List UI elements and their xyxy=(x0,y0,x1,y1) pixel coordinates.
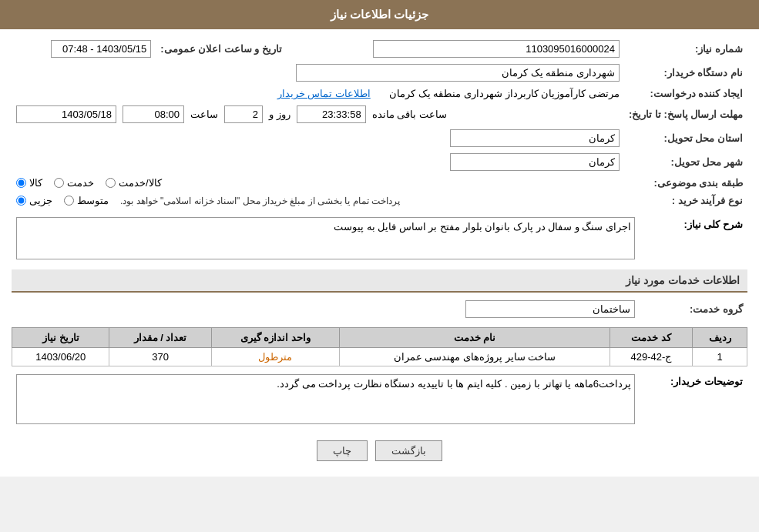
ostan-value xyxy=(12,126,624,150)
roz-input xyxy=(224,105,263,123)
cell-tarikh: 1403/06/20 xyxy=(12,348,109,366)
gorohe-value xyxy=(12,297,640,321)
sharh-value xyxy=(12,216,640,263)
table-header-row: ردیف کد خدمت نام خدمت واحد اندازه گیری ت… xyxy=(12,328,747,348)
radio-jozyi-label: جزیی xyxy=(29,195,52,206)
row-ijad: ایجاد کننده درخواست: مرتضی کارآموزیان کا… xyxy=(12,85,747,102)
ijad-label: ایجاد کننده درخواست: xyxy=(624,85,747,102)
ijad-text: مرتضی کارآموزیان کاربرداز شهرداری منطقه … xyxy=(389,88,620,99)
shahr-value xyxy=(12,150,624,174)
towzih-textarea[interactable] xyxy=(16,374,635,424)
radio-kala[interactable]: کالا xyxy=(16,177,42,189)
row-ostan: استان محل تحویل: xyxy=(12,126,747,150)
page-header: جزئیات اطلاعات نیاز xyxy=(0,0,759,29)
radio-motavaset[interactable]: متوسط xyxy=(64,195,109,206)
col-tarikh: تاریخ نیاز xyxy=(12,328,109,348)
gorohe-label: گروه خدمت: xyxy=(640,297,747,321)
radio-khadamat-input[interactable] xyxy=(54,178,64,188)
radio-kala-khadamat[interactable]: کالا/خدمت xyxy=(106,177,162,189)
col-kod: کد خدمت xyxy=(610,328,693,348)
cell-nam: ساخت سایر پروژه‌های مهندسی عمران xyxy=(340,348,610,366)
khadamat-section-header: اطلاعات خدمات مورد نیاز xyxy=(12,269,747,293)
radio-jozyi[interactable]: جزیی xyxy=(16,195,52,206)
countdown-input xyxy=(297,105,366,123)
sharh-section: شرح کلی نیاز: xyxy=(12,216,747,263)
tarikh-elan-label: تاریخ و ساعت اعلان عمومی: xyxy=(156,37,287,61)
tabaqe-radios: کالا/خدمت خدمت کالا xyxy=(12,174,624,192)
row-noe: نوع فرآیند خرید : پرداخت تمام یا بخشی از… xyxy=(12,192,747,209)
radio-khadamat[interactable]: خدمت xyxy=(54,177,94,189)
print-button[interactable]: چاپ xyxy=(317,440,368,461)
saat-label: ساعت xyxy=(190,109,218,120)
towzih-label: توضیحات خریدار: xyxy=(640,373,747,390)
khadamat-data-table: ردیف کد خدمت نام خدمت واحد اندازه گیری ت… xyxy=(12,327,747,366)
radio-motavaset-label: متوسط xyxy=(77,195,109,206)
table-body: 1 ج-42-429 ساخت سایر پروژه‌های مهندسی عم… xyxy=(12,348,747,366)
mohlat-label: مهلت ارسال پاسخ: تا تاریخ: xyxy=(624,102,747,126)
gorohe-table: گروه خدمت: xyxy=(12,297,747,321)
gorohe-input[interactable] xyxy=(465,300,635,318)
row-shahr: شهر محل تحویل: xyxy=(12,150,747,174)
cell-radif: 1 xyxy=(693,348,747,366)
noe-tamam-text: پرداخت تمام یا بخشی از مبلغ خریداز محل "… xyxy=(120,196,400,206)
col-radif: ردیف xyxy=(693,328,747,348)
radio-jozyi-input[interactable] xyxy=(16,196,26,206)
towzih-section: توضیحات خریدار: xyxy=(12,373,747,428)
shomara-input[interactable] xyxy=(373,40,620,58)
tarikh-elan-input[interactable] xyxy=(51,40,151,58)
ostan-input[interactable] xyxy=(450,129,620,147)
noe-label: نوع فرآیند خرید : xyxy=(624,192,747,209)
radio-kala-khadamat-label: کالا/خدمت xyxy=(119,177,162,189)
ijad-value: مرتضی کارآموزیان کاربرداز شهرداری منطقه … xyxy=(12,85,624,102)
row-tabaqe: طبقه بندی موضوعی: کالا/خدمت خدمت کالا xyxy=(12,174,747,192)
shomara-value xyxy=(287,37,624,61)
saat-input[interactable] xyxy=(123,105,184,123)
radio-kala-label: کالا xyxy=(29,177,42,189)
shahr-label: شهر محل تحویل: xyxy=(624,150,747,174)
shahr-input[interactable] xyxy=(450,153,620,171)
col-vahed: واحد اندازه گیری xyxy=(211,328,340,348)
footer-buttons: بازگشت چاپ xyxy=(12,433,747,469)
page-title: جزئیات اطلاعات نیاز xyxy=(331,8,428,21)
dastgah-label: نام دستگاه خریدار: xyxy=(624,61,747,85)
radio-kala-khadamat-input[interactable] xyxy=(106,178,116,188)
back-button[interactable]: بازگشت xyxy=(375,440,442,461)
page-container: جزئیات اطلاعات نیاز شماره نیاز: تاریخ و … xyxy=(0,0,759,477)
row-gorohe: گروه خدمت: xyxy=(12,297,747,321)
baqimande-label: ساعت باقی مانده xyxy=(372,109,447,120)
form-table: شماره نیاز: تاریخ و ساعت اعلان عمومی: نا… xyxy=(12,37,747,209)
sharh-label: شرح کلی نیاز: xyxy=(640,216,747,233)
cell-vahed: مترطول xyxy=(211,348,340,366)
dastgah-input[interactable] xyxy=(296,64,620,82)
roz-label: روز و xyxy=(269,109,291,120)
content-area: شماره نیاز: تاریخ و ساعت اعلان عمومی: نا… xyxy=(0,29,759,477)
table-head: ردیف کد خدمت نام خدمت واحد اندازه گیری ت… xyxy=(12,328,747,348)
cell-kod: ج-42-429 xyxy=(610,348,693,366)
sharh-textarea[interactable] xyxy=(16,217,635,259)
dastgah-value xyxy=(12,61,624,85)
row-dastgah: نام دستگاه خریدار: xyxy=(12,61,747,85)
noe-value: پرداخت تمام یا بخشی از مبلغ خریداز محل "… xyxy=(12,192,624,209)
row-mohlat: مهلت ارسال پاسخ: تا تاریخ: ساعت باقی مان… xyxy=(12,102,747,126)
col-tedad: تعداد / مقدار xyxy=(109,328,211,348)
tabaqe-label: طبقه بندی موضوعی: xyxy=(624,174,747,192)
radio-khadamat-label: خدمت xyxy=(67,177,94,189)
ostan-label: استان محل تحویل: xyxy=(624,126,747,150)
mohlat-value: ساعت باقی مانده روز و ساعت xyxy=(12,102,624,126)
table-row: 1 ج-42-429 ساخت سایر پروژه‌های مهندسی عم… xyxy=(12,348,747,366)
date-input[interactable] xyxy=(16,105,116,123)
col-nam: نام خدمت xyxy=(340,328,610,348)
radio-motavaset-input[interactable] xyxy=(64,196,74,206)
shomara-label: شماره نیاز: xyxy=(624,37,747,61)
cell-tedad: 370 xyxy=(109,348,211,366)
row-shomara: شماره نیاز: تاریخ و ساعت اعلان عمومی: xyxy=(12,37,747,61)
tarikh-elan-value xyxy=(12,37,156,61)
radio-kala-input[interactable] xyxy=(16,178,26,188)
towzih-value xyxy=(12,373,640,428)
etela-tamas-link[interactable]: اطلاعات تماس خریدار xyxy=(277,88,371,99)
